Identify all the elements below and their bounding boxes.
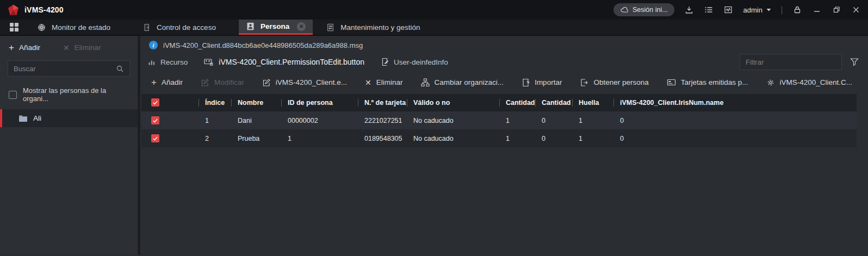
tab-label: Mantenimiento y gestión <box>340 23 420 32</box>
cloud-icon <box>620 5 629 14</box>
info-icon: i <box>149 41 158 49</box>
column-header-valido[interactable]: Válido o no <box>407 94 499 111</box>
filter-funnel-icon[interactable] <box>850 57 859 67</box>
checkbox-unchecked[interactable] <box>9 91 17 99</box>
person-table: Índice Nombre ID de persona N.º de tarje… <box>141 94 857 147</box>
organization-tree-item-ali[interactable]: Ali <box>0 109 138 127</box>
tool-label: Obtener persona <box>593 78 648 86</box>
user-menu[interactable]: admin <box>743 6 771 14</box>
restore-button[interactable] <box>832 5 841 15</box>
row-checkbox[interactable] <box>151 116 159 124</box>
cell-nombre: Dani <box>231 111 281 129</box>
subnav-permission-to-edit[interactable]: iVMS-4200_Client.PermissionToEdit.button <box>204 58 364 66</box>
filter-input[interactable] <box>746 58 841 66</box>
plus-icon: + <box>9 43 14 52</box>
person-main-panel: i iVMS-4200_Client.d884bcb6ae0e448986505… <box>140 36 868 255</box>
organization-name: Ali <box>33 114 41 122</box>
cell-cantidad-2: 0 <box>535 111 572 129</box>
cell-id-persona: 1 <box>281 129 358 147</box>
edit-icon <box>262 78 271 87</box>
app-logo-icon <box>8 4 19 16</box>
close-button[interactable] <box>851 5 860 15</box>
tab-label: Persona <box>261 22 289 30</box>
import-icon <box>522 78 530 87</box>
gear-icon <box>766 78 775 87</box>
apps-grid-button[interactable] <box>0 20 28 35</box>
toolbar-change-organization-button[interactable]: Cambiar organizaci... <box>421 78 504 87</box>
column-header-num-tarjeta[interactable]: N.º de tarjeta <box>358 94 407 111</box>
person-card-icon <box>246 22 255 31</box>
maintenance-icon <box>326 23 335 32</box>
show-sub-organization-label: Mostrar las personas de la organi... <box>23 86 130 103</box>
info-message-text: iVMS-4200_Client.d884bcb6ae0e448986505da… <box>163 41 363 49</box>
column-header-id-persona[interactable]: ID de persona <box>281 94 358 111</box>
chevron-down-icon <box>766 8 771 11</box>
tab-persona[interactable]: Persona ✕ <box>239 20 313 35</box>
session-button[interactable]: Sesión ini... <box>613 3 674 16</box>
title-bar: iVMS-4200 Sesión ini... admin <box>0 0 868 20</box>
tab-mantenimiento-y-gestion[interactable]: Mantenimiento y gestión <box>317 20 429 35</box>
tab-monitor-de-estado[interactable]: Monitor de estado <box>28 20 119 35</box>
tab-label: Monitor de estado <box>52 23 110 32</box>
tool-label: iVMS-4200_Client.C... <box>780 78 853 86</box>
cell-cantidad-1: 1 <box>499 129 535 147</box>
sidebar-add-label: Añadir <box>19 43 40 52</box>
column-header-indice[interactable]: Índice <box>199 94 231 111</box>
x-icon: ✕ <box>63 44 70 52</box>
tab-label: Control de acceso <box>157 23 216 32</box>
task-list-icon[interactable] <box>704 5 714 15</box>
subnav-recurso[interactable]: Recurso <box>148 58 188 66</box>
tool-label: Añadir <box>162 78 183 86</box>
edit-icon <box>201 78 209 87</box>
cell-huella: 1 <box>572 111 613 129</box>
event-preview-icon[interactable] <box>724 5 733 15</box>
tab-close-icon[interactable]: ✕ <box>297 22 306 31</box>
column-header-cantidad-2[interactable]: Cantidad d... <box>535 94 572 111</box>
table-row[interactable]: 2 Prueba 1 0189548305 No caducado 1 0 1 … <box>141 129 857 147</box>
toolbar-modify-button[interactable]: Modificar <box>201 78 244 87</box>
toolbar-get-person-button[interactable]: Obtener persona <box>580 78 648 87</box>
check-icon <box>152 117 158 123</box>
toolbar-add-button[interactable]: + Añadir <box>151 78 183 87</box>
select-all-checkbox[interactable] <box>151 98 159 107</box>
column-header-nombre[interactable]: Nombre <box>231 94 281 111</box>
toolbar-client-e-button[interactable]: iVMS-4200_Client.e... <box>262 78 347 87</box>
search-input[interactable] <box>14 65 116 73</box>
toolbar-client-c-button[interactable]: iVMS-4200_Client.C... <box>766 78 853 87</box>
cell-iris: 0 <box>613 111 857 129</box>
sidebar-delete-button[interactable]: ✕ Eliminar <box>63 43 101 52</box>
permission-card-icon <box>204 58 214 66</box>
column-header-cantidad-1[interactable]: Cantidad d... <box>499 94 535 111</box>
organization-sidebar: + Añadir ✕ Eliminar Mostrar las personas… <box>0 36 140 255</box>
user-name: admin <box>743 6 762 14</box>
cell-valido: No caducado <box>407 129 499 147</box>
sidebar-add-button[interactable]: + Añadir <box>9 43 40 52</box>
column-header-huella[interactable]: Huella <box>572 94 613 111</box>
folder-icon <box>18 115 28 122</box>
toolbar-issued-cards-button[interactable]: Tarjetas emitidas p... <box>667 78 748 86</box>
cell-cantidad-1: 1 <box>499 111 535 129</box>
tool-label: Cambiar organizaci... <box>435 78 504 86</box>
door-icon <box>142 23 151 32</box>
download-icon[interactable] <box>685 5 694 15</box>
row-checkbox[interactable] <box>151 134 159 142</box>
document-edit-icon <box>381 58 389 66</box>
check-icon <box>152 135 158 141</box>
lock-icon[interactable] <box>792 5 802 15</box>
table-row[interactable]: 1 Dani 00000002 2221027251 No caducado 1… <box>141 111 857 129</box>
cell-indice: 2 <box>199 129 231 147</box>
subnav-label: User-deinfedInfo <box>394 58 448 66</box>
minimize-button[interactable] <box>812 5 821 15</box>
org-chart-icon <box>421 78 430 87</box>
column-header-iris[interactable]: iVMS-4200_Client.IrisNum.name <box>613 94 857 111</box>
toolbar-import-button[interactable]: Importar <box>522 78 562 87</box>
subnav-user-defined-info[interactable]: User-deinfedInfo <box>381 58 448 66</box>
show-sub-organization-option[interactable]: Mostrar las personas de la organi... <box>0 80 138 109</box>
toolbar-delete-button[interactable]: ✕ Eliminar <box>365 78 403 86</box>
resource-bars-icon <box>148 58 156 66</box>
cell-indice: 1 <box>199 111 231 129</box>
cell-valido: No caducado <box>407 111 499 129</box>
tab-control-de-acceso[interactable]: Control de acceso <box>133 20 225 35</box>
x-icon: ✕ <box>365 79 371 86</box>
search-icon <box>116 65 124 73</box>
